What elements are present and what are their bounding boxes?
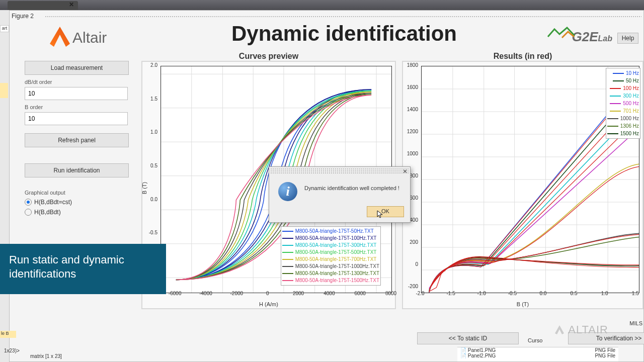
info-icon: i [278, 182, 297, 201]
radio-hb-cst[interactable]: H(B,dBdt=cst) [25, 199, 128, 206]
right-chart-title: Results (in red) [403, 52, 642, 61]
b-order-label: B order [25, 104, 128, 110]
to-static-button[interactable]: << To static ID [417, 332, 519, 344]
app-titlebar: ✕ [0, 0, 644, 10]
info-dialog: ✕ i Dynamic identification well complete… [269, 166, 411, 223]
workspace-fragment: 1x23)> matrix [1 x 23] [0, 348, 62, 362]
titlebar-drag[interactable] [45, 16, 641, 18]
g2elab-logo: G2ELab [572, 29, 612, 45]
altair-watermark: ALTAIR [554, 323, 608, 336]
figure-window: Figure 2 Altair Dynamic identification G… [9, 10, 644, 362]
dialog-titlebar[interactable] [270, 168, 409, 174]
b-order-input[interactable] [25, 112, 128, 125]
run-identification-button[interactable]: Run identification [25, 163, 129, 177]
dialog-message: Dynamic identification well completed ! [304, 185, 405, 191]
load-measurement-button[interactable]: Load measurement [25, 61, 129, 75]
left-legend: M800-50A-triangle-175T-50Hz.TXTM800-50A-… [281, 226, 381, 286]
help-button[interactable]: Help [617, 33, 638, 44]
yellow-fragment [0, 83, 8, 98]
graphical-output-label: Graphical output [25, 190, 128, 196]
left-fragment: art [0, 25, 9, 32]
file-list[interactable]: 📄 Panel1.PNGPNG File 📄 Panel2.PNGPNG Fil… [457, 347, 618, 361]
close-icon[interactable]: ✕ [67, 1, 76, 9]
window-title: Figure 2 [12, 13, 34, 20]
ok-button[interactable]: OK [367, 206, 404, 217]
dbdt-order-input[interactable] [25, 87, 128, 100]
variable-fragment: le B [0, 331, 16, 338]
refresh-panel-button[interactable]: Refresh panel [25, 133, 129, 147]
cursor-label: Curso [528, 337, 553, 343]
sidebar: Load measurement dB/dt order B order Ref… [25, 61, 128, 273]
left-chart-title: Curves preview [142, 52, 395, 61]
close-icon[interactable]: ✕ [403, 168, 408, 175]
video-caption: Run static and dynamic identifications [0, 244, 166, 294]
results-chart[interactable]: Results (in red) [402, 61, 643, 309]
dbdt-order-label: dB/dt order [25, 79, 128, 85]
radio-hb-dbdt[interactable]: H(B,dBdt) [25, 209, 128, 216]
right-legend: 10 Hz50 Hz100 Hz300 Hz500 Hz701 Hz1000 H… [606, 68, 640, 139]
left-ylabel: B (T) [141, 182, 147, 194]
mils-label: MILS [629, 320, 642, 326]
